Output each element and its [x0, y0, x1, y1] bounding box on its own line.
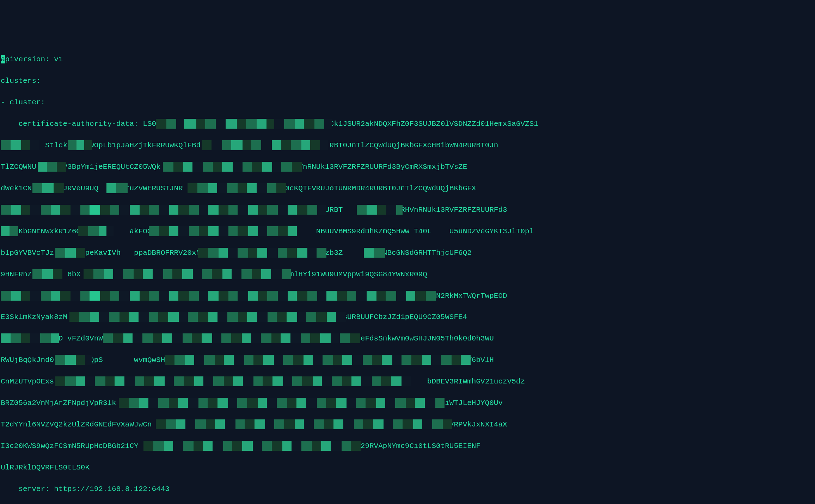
- pixelated-redaction: [84, 269, 292, 279]
- pixelated-redaction: [149, 226, 297, 236]
- pixelated-redaction: [55, 248, 85, 258]
- yaml-key: clusters: [1, 77, 36, 85]
- yaml-value: v1: [54, 55, 63, 63]
- pixelated-redaction: [78, 226, 114, 236]
- yaml-key: certificate-authority-data: [18, 120, 134, 128]
- yaml-value: BRZ056a2VnMjArZFNpdjVpR3lk: [1, 399, 116, 407]
- pixelated-redaction: [165, 355, 475, 365]
- yaml-text: :: [36, 77, 41, 85]
- yaml-line-cad: certificate-authority-data: LS0t LS0tCk1…: [1, 119, 814, 130]
- pixelated-redaction: [106, 183, 128, 193]
- pixelated-redaction: [198, 248, 329, 258]
- pixelated-redaction: [119, 398, 450, 408]
- pixelated-redaction: [68, 140, 92, 150]
- pixelated-redaction: [55, 355, 92, 365]
- yaml-value: semRHVnRNUk13RVFZRFZRUURFd3ByCmRXSmxjbTV…: [276, 163, 467, 171]
- yaml-value: NBUUVBMS9RdDhKZmQ5Hww T40L U5uNDZVeGYKT3…: [316, 227, 534, 235]
- pixelated-redaction: [163, 162, 304, 172]
- pixelated-redaction: [103, 333, 364, 343]
- yaml-value: CnMzUTVpOExs: [1, 377, 54, 386]
- yaml-value: LR emlHYi91WU9UMVppWi9QSG84YWNxR09Q: [272, 270, 427, 278]
- yaml-key: server: [18, 485, 45, 493]
- terminal-yaml-viewer: apiVersion: v1 clusters: - cluster: cert…: [1, 44, 814, 504]
- pixelated-redaction: [32, 183, 66, 193]
- pixelated-redaction: [202, 140, 336, 150]
- yaml-value: eFdsSnkwVm0wSHJJN05Th0k0d0h3WU: [361, 334, 494, 343]
- yaml-value: 4Z29RVApNYmc9Ci0tLS0tRU5EIENF: [352, 442, 480, 450]
- yaml-line-cad-cont: TlZCQWNU V3BpYm1jeEREQUtCZ05WQk semRHVnR…: [1, 162, 814, 173]
- yaml-value: QpS wvmQwSH: [90, 356, 165, 364]
- pixelated-redaction: [38, 162, 66, 172]
- yaml-value: wOpLb1pJaHZjTkFRRUwKQlFBd: [90, 141, 201, 149]
- pixelated-redaction: [156, 119, 339, 129]
- yaml-line-apiversion: apiVersion: v1: [1, 54, 814, 65]
- yaml-line-clusters: clusters:: [1, 76, 814, 87]
- yaml-value: Ngpzb3Z L5dENBcGNSdGRHTThjcUF6Q2: [312, 249, 472, 257]
- pixelated-redaction: [1, 291, 438, 301]
- yaml-value: iWTJLeHJYQ0Uv: [445, 399, 503, 407]
- yaml-line-cad-cont: 9HNFRnZ F 6bX LR emlHYi91WU9UMVppWi9QSG8…: [1, 269, 814, 280]
- yaml-line-server: server: https://192.168.8.122:6443: [1, 484, 814, 495]
- pixelated-redaction: [1, 140, 43, 150]
- yaml-line-cad-cont: RURBT NsemRHVnRNUk13RVFZRFZRUURFd3: [1, 205, 814, 216]
- yaml-line-cad-cont: D vFZd0VnW eFdsSnkwVm0wSHJJN05Th0k0d0h3W…: [1, 333, 814, 344]
- yaml-text: :: [45, 485, 54, 493]
- pixelated-redaction: [364, 248, 385, 258]
- yaml-value: N2RkMxTWQrTwpEOD: [436, 292, 507, 300]
- yaml-value: dWek1CN: [1, 184, 32, 192]
- yaml-line-cad-cont: BRZ056a2VnMjArZFNpdjVpR3lk iWTJLeHJYQ0Uv: [1, 398, 814, 409]
- yaml-line-cad-cont: T2dYYnl6NVZVQ2kzUlZRdGNEdFVXaWJwCn VRPVk…: [1, 419, 814, 430]
- pixelated-redaction: [69, 312, 351, 322]
- pixelated-redaction: [156, 419, 455, 429]
- yaml-text: :: [41, 98, 45, 106]
- pixelated-redaction: [1, 205, 332, 215]
- yaml-line-cad-cont: b1pGYVBVcTJz peKavIVh ppaDBROFRRV20xN3M …: [1, 248, 814, 259]
- yaml-text: :: [134, 120, 143, 128]
- yaml-line-cad-cont: RWUjBqQkJnd0 QpS wvmQwSH Rc1V6bVlH: [1, 355, 814, 366]
- pixelated-redaction: [188, 183, 290, 193]
- yaml-value: b1pGYVBVcTJz: [1, 249, 54, 257]
- yaml-line-cad-cont: Stlck wOpLb1pJaHZjTkFRRUwKQlFBd RBT0JnTl…: [1, 140, 814, 151]
- yaml-key: cluster: [10, 98, 41, 106]
- yaml-text: [1, 485, 18, 493]
- pixelated-redaction: [357, 205, 403, 215]
- yaml-line-cad-cont: UlRJRklDQVRFLS0tLS0K: [1, 462, 814, 473]
- pixelated-redaction: [1, 333, 59, 343]
- yaml-value: peKavIVh ppaDBROFRRV20xN3M: [85, 249, 209, 257]
- yaml-line-cad-cont: E3SklmKzNyak8zM J3SURBUUFCbzJZd1pEQU9CZ0…: [1, 312, 814, 323]
- yaml-value: https://192.168.8.122:6443: [54, 485, 170, 493]
- yaml-line-cad-cont: KbGNtNWxkR1Z6Q2s akFOQmd NBUUVBMS9RdDhKZ…: [1, 226, 814, 237]
- yaml-line-cad-cont: N2RkMxTWQrTwpEOD: [1, 291, 814, 302]
- yaml-value: 9HNFRnZ: [1, 270, 32, 278]
- yaml-line-cluster-item: - cluster:: [1, 97, 814, 108]
- yaml-value: J3SURBUUFCbzJZd1pEQU9CZ05WSFE4: [334, 313, 467, 321]
- yaml-value: LS0tCk1JSUR2akNDQXFhZ0F3SUJBZ0lVSDNZZd01…: [312, 120, 538, 128]
- yaml-text: [1, 120, 18, 128]
- pixelated-redaction: [32, 269, 62, 279]
- yaml-text: piVersion:: [5, 55, 54, 63]
- yaml-value: RWUjBqQkJnd0: [1, 356, 54, 364]
- yaml-value: UlRJRklDQVRFLS0tLS0K: [1, 463, 90, 472]
- cursor: a: [1, 55, 5, 63]
- yaml-value: T2dYYnl6NVZVQ2kzUlZRdGNEdFVXaWJwCn: [1, 420, 152, 429]
- yaml-line-cad-cont: CnMzUTVpOExs bDBEV3RIWmhGV21uczV5dz: [1, 376, 814, 387]
- pixelated-redaction: [143, 441, 362, 451]
- yaml-value: E3SklmKzNyak8zM: [1, 313, 67, 321]
- yaml-value: V3BpYm1jeEREQUtCZ05WQk: [63, 163, 160, 171]
- yaml-line-cad-cont: dWek1CN JRVeU9UQ ruZvWERUSTJNR lRFTE1Ba0…: [1, 183, 814, 194]
- yaml-value: RURBT NsemRHVnRNUk13RVFZRFZRUURFd3: [320, 206, 507, 214]
- yaml-line-cad-cont: I3c20KWS9wQzFCSmN5RUpHcDBGb21CY 4Z29RVAp…: [1, 441, 814, 452]
- yaml-text: -: [1, 98, 10, 106]
- yaml-value: RBT0JnTlZCQWdUQjBKbGFXcHBibWN4RURBT0Jn: [330, 141, 498, 149]
- yaml-value: VRPVkJxNXI4aX: [449, 420, 507, 429]
- pixelated-redaction: [1, 226, 18, 236]
- yaml-value: bDBEV3RIWmhGV21uczV5dz: [427, 377, 525, 386]
- pixelated-redaction: [55, 376, 415, 386]
- yaml-value: TlZCQWNU: [1, 163, 36, 171]
- yaml-value: I3c20KWS9wQzFCSmN5RUpHcDBGb21CY: [1, 442, 139, 450]
